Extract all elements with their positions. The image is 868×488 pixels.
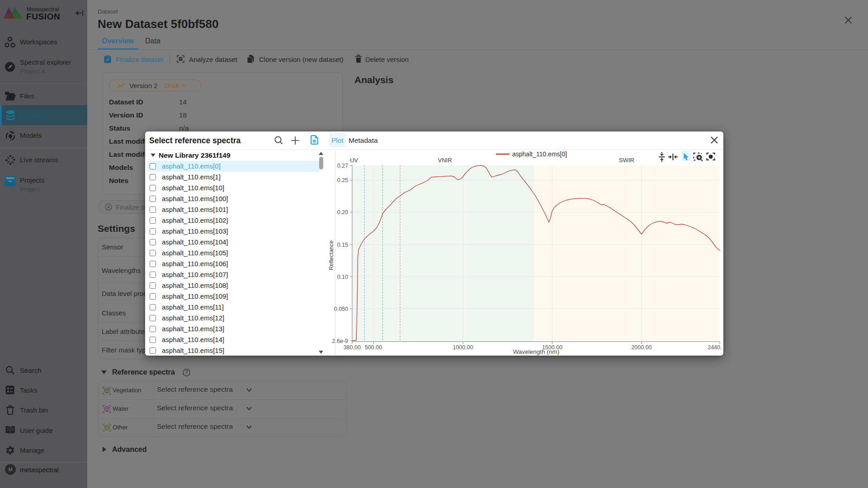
svg-text:0.050: 0.050 bbox=[334, 306, 348, 312]
svg-text:0.20: 0.20 bbox=[337, 209, 348, 216]
svg-text:0.27: 0.27 bbox=[337, 163, 348, 169]
svg-text:380.00: 380.00 bbox=[344, 344, 361, 351]
svg-text:Wavelength (nm): Wavelength (nm) bbox=[513, 348, 559, 355]
svg-text:Reflectance: Reflectance bbox=[328, 240, 335, 270]
svg-text:2440.: 2440. bbox=[708, 344, 722, 351]
svg-text:2000.00: 2000.00 bbox=[631, 344, 651, 351]
svg-text:asphalt_110.ems[0]: asphalt_110.ems[0] bbox=[512, 150, 567, 158]
svg-text:SWIR: SWIR bbox=[619, 157, 634, 164]
svg-text:?: ? bbox=[185, 370, 188, 375]
svg-text:1000.00: 1000.00 bbox=[453, 344, 473, 351]
svg-text:0.15: 0.15 bbox=[337, 242, 348, 248]
svg-text:VNIR: VNIR bbox=[438, 157, 452, 164]
svg-text:UV: UV bbox=[350, 157, 358, 164]
svg-text:2.6e-9: 2.6e-9 bbox=[332, 338, 348, 344]
svg-text:500.00: 500.00 bbox=[365, 344, 382, 351]
svg-text:0.25: 0.25 bbox=[337, 177, 348, 183]
svg-text:0.10: 0.10 bbox=[337, 274, 348, 280]
